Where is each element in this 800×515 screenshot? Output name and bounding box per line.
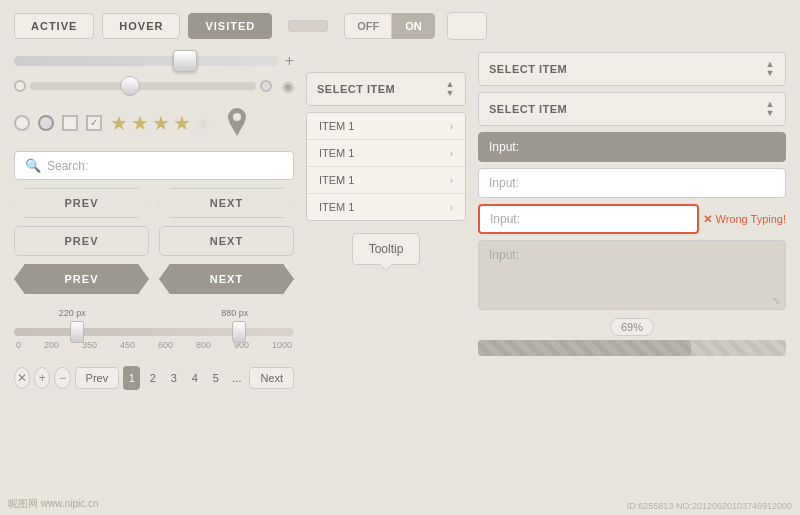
input-error[interactable]: Input: [478,204,699,234]
dd-item-2-label: ITEM 1 [319,147,354,159]
search-placeholder: Search: [47,159,88,173]
select-right-2-label: SELECT ITEM [489,103,567,115]
radio-unselected-1[interactable] [14,115,30,131]
page-3[interactable]: 3 [165,366,182,390]
next-page-button[interactable]: Next [249,367,294,389]
page-ellipsis: ... [228,366,245,390]
range-thumb-right[interactable] [232,321,246,343]
right-column: SELECT ITEM ▲ ▼ SELECT ITEM ▲ ▼ Input: I… [478,52,786,390]
range-thumb-left[interactable] [70,321,84,343]
left-column: + ◉ ✓ ★ ★ ★ ★ ★ [14,52,294,390]
pg-minus-icon[interactable]: − [54,367,70,389]
page-4[interactable]: 4 [186,366,203,390]
page-2[interactable]: 2 [144,366,161,390]
middle-column: SELECT ITEM ▲ ▼ ITEM 1 › ITEM 1 › ITEM 1… [306,72,466,390]
pg-plus-icon[interactable]: + [34,367,50,389]
dd-item-4[interactable]: ITEM 1 › [307,194,465,220]
input-dark[interactable]: Input: [478,132,786,162]
dd-item-4-chevron: › [450,202,453,213]
range-track[interactable]: 220 px 880 px [14,328,294,336]
star-3: ★ [152,111,170,135]
star-5: ★ [194,111,212,135]
svg-marker-1 [229,122,245,136]
dd-item-4-label: ITEM 1 [319,201,354,213]
dropdown-menu: ITEM 1 › ITEM 1 › ITEM 1 › ITEM 1 › [306,112,466,221]
active-button[interactable]: ACTIVE [14,13,94,39]
dd-item-3-label: ITEM 1 [319,174,354,186]
radio-selected[interactable] [38,115,54,131]
progress-section: 69% [478,318,786,356]
select-right-2-arrows: ▲ ▼ [766,100,775,118]
checkbox-checked[interactable]: ✓ [86,115,102,131]
second-slider-track[interactable] [30,82,256,90]
volume-icon: ◉ [282,78,294,94]
hover-button[interactable]: HOVER [102,13,180,39]
tooltip-container: Tooltip [306,233,466,265]
error-text: Wrong Typing! [715,213,786,225]
search-icon: 🔍 [25,158,41,173]
slider-dot-left [14,80,26,92]
star-1: ★ [110,111,128,135]
range-value-right: 880 px [221,308,248,318]
textarea[interactable]: Input: [478,240,786,310]
nav-row-2: PREV NEXT [14,226,294,256]
next-button-3[interactable]: NEXT [159,264,294,294]
prev-page-button[interactable]: Prev [75,367,120,389]
next-button-1[interactable]: NEXT [159,188,294,218]
input-error-row: Input: ✕ Wrong Typing! [478,204,786,234]
watermark: 昵图网 www.nipic.cn [8,497,99,511]
visited-button[interactable]: VISITED [188,13,272,39]
dd-item-3-chevron: › [450,175,453,186]
top-buttons-row: ACTIVE HOVER VISITED OFF ON [0,0,800,48]
svg-point-2 [233,113,241,121]
toggle-group: OFF ON [344,13,435,39]
nav-row-3: PREV NEXT [14,264,294,294]
tooltip: Tooltip [352,233,421,265]
next-button-2[interactable]: NEXT [159,226,294,256]
controls-row: ✓ ★ ★ ★ ★ ★ [14,102,294,143]
top-slider-thumb[interactable] [173,50,197,72]
progress-bar-fill [478,340,691,356]
dd-item-2[interactable]: ITEM 1 › [307,140,465,167]
select-right-1-label: SELECT ITEM [489,63,567,75]
toggle-bar-left [288,20,328,32]
star-4: ★ [173,111,191,135]
main-area: + ◉ ✓ ★ ★ ★ ★ ★ [0,48,800,394]
select-item-right-1[interactable]: SELECT ITEM ▲ ▼ [478,52,786,86]
progress-bar-track [478,340,786,356]
dd-item-3[interactable]: ITEM 1 › [307,167,465,194]
select-item-right-2[interactable]: SELECT ITEM ▲ ▼ [478,92,786,126]
dropdown-arrows: ▲ ▼ [446,80,455,98]
second-slider-row: ◉ [14,78,294,94]
resize-handle: ⤡ [772,295,780,306]
input-normal[interactable]: Input: [478,168,786,198]
checkbox-unchecked[interactable] [62,115,78,131]
prev-button-1[interactable]: PREV [14,188,149,218]
scale-marks: 0 200 350 450 600 800 900 1000 [14,340,294,350]
toggle-off-button[interactable]: OFF [344,13,392,39]
pg-close-icon[interactable]: ✕ [14,367,30,389]
slider-dot-right [260,80,272,92]
dd-item-1-label: ITEM 1 [319,120,354,132]
error-x-icon: ✕ [703,213,712,226]
prev-button-2[interactable]: PREV [14,226,149,256]
map-pin [226,106,248,139]
range-section: 220 px 880 px 0 200 350 450 600 800 900 … [14,306,294,350]
dropdown-select[interactable]: SELECT ITEM ▲ ▼ [306,72,466,106]
pagination: ✕ + − Prev 1 2 3 4 5 ... Next [14,366,294,390]
page-5[interactable]: 5 [207,366,224,390]
search-box[interactable]: 🔍 Search: [14,151,294,180]
prev-button-3[interactable]: PREV [14,264,149,294]
dropdown-label: SELECT ITEM [317,83,395,95]
star-rating[interactable]: ★ ★ ★ ★ ★ [110,109,212,137]
dd-item-2-chevron: › [450,148,453,159]
textarea-container: Input: ⤡ [478,240,786,310]
second-slider-thumb[interactable] [120,76,140,96]
dd-item-1[interactable]: ITEM 1 › [307,113,465,140]
star-2: ★ [131,111,149,135]
page-1[interactable]: 1 [123,366,140,390]
select-right-1-arrows: ▲ ▼ [766,60,775,78]
slider-plus-icon[interactable]: + [285,52,294,70]
top-slider-track[interactable] [14,56,279,66]
toggle-on-button[interactable]: ON [392,13,435,39]
